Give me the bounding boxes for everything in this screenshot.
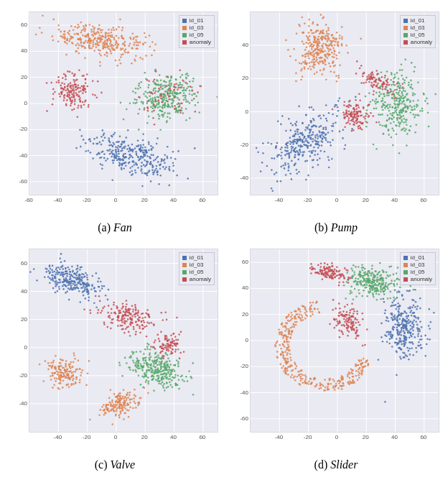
- svg-point-3090: [129, 356, 131, 359]
- svg-point-2872: [113, 407, 115, 410]
- svg-point-4609: [355, 338, 358, 340]
- svg-point-1979: [368, 93, 370, 95]
- svg-point-632: [108, 34, 110, 37]
- x-tick-label: 20: [141, 197, 148, 203]
- y-tick-label: -40: [10, 399, 27, 406]
- svg-point-3296: [146, 336, 148, 338]
- svg-point-1103: [70, 85, 72, 88]
- svg-point-1155: [179, 105, 181, 107]
- svg-point-1809: [396, 119, 398, 121]
- svg-point-3383: [103, 305, 106, 308]
- svg-point-3386: [124, 323, 126, 325]
- svg-point-3991: [309, 378, 312, 380]
- svg-point-2834: [108, 397, 111, 399]
- svg-point-3601: [398, 310, 400, 313]
- svg-point-513: [75, 50, 77, 52]
- svg-point-3892: [307, 383, 309, 385]
- svg-point-3708: [401, 323, 403, 325]
- svg-point-4080: [317, 308, 319, 310]
- svg-point-1029: [64, 83, 66, 85]
- svg-point-3021: [187, 380, 189, 382]
- svg-point-858: [177, 97, 179, 99]
- svg-point-2892: [110, 389, 112, 391]
- svg-point-2515: [83, 282, 85, 285]
- svg-point-306: [172, 170, 174, 172]
- svg-point-4648: [340, 313, 342, 315]
- svg-point-1019: [73, 75, 75, 77]
- svg-point-192: [118, 149, 120, 151]
- svg-point-3644: [403, 352, 406, 354]
- svg-point-1073: [74, 98, 76, 101]
- svg-point-3363: [153, 324, 155, 326]
- svg-point-3632: [413, 305, 415, 307]
- svg-point-4054: [312, 313, 314, 315]
- svg-point-3137: [158, 383, 160, 385]
- svg-point-803: [177, 103, 179, 106]
- svg-point-1133: [146, 101, 149, 103]
- legend-label: id_05: [411, 269, 425, 276]
- svg-point-749: [150, 106, 152, 108]
- svg-point-3697: [397, 302, 399, 305]
- svg-point-3962: [282, 344, 284, 346]
- svg-point-2314: [373, 77, 375, 79]
- svg-point-3138: [169, 364, 172, 366]
- svg-point-4454: [337, 274, 339, 277]
- svg-point-1653: [307, 68, 309, 70]
- svg-point-2666: [42, 380, 45, 382]
- svg-point-581: [83, 25, 85, 27]
- svg-point-3105: [132, 360, 134, 362]
- svg-point-3238: [126, 300, 128, 302]
- svg-point-2221: [358, 111, 360, 113]
- legend-label: id_05: [190, 269, 204, 276]
- svg-point-4354: [397, 267, 399, 269]
- svg-point-4541: [364, 344, 366, 346]
- svg-point-1367: [289, 152, 291, 154]
- svg-point-3772: [405, 341, 407, 343]
- svg-point-289: [126, 137, 128, 139]
- svg-point-4589: [366, 328, 368, 330]
- svg-point-1697: [306, 46, 308, 48]
- svg-point-4043: [366, 361, 368, 363]
- svg-point-375: [96, 40, 98, 42]
- svg-point-943: [170, 92, 172, 94]
- svg-point-1596: [333, 50, 335, 52]
- svg-point-4587: [353, 310, 355, 313]
- svg-point-3318: [135, 330, 137, 333]
- svg-point-4330: [353, 264, 355, 267]
- svg-point-3179: [160, 362, 162, 364]
- svg-point-3715: [414, 306, 416, 308]
- svg-point-676: [182, 84, 184, 86]
- svg-point-964: [82, 101, 84, 103]
- svg-point-4000: [359, 373, 361, 375]
- svg-point-1640: [317, 24, 319, 27]
- svg-point-3116: [170, 373, 172, 375]
- svg-point-1240: [305, 114, 307, 116]
- svg-point-2002: [403, 118, 406, 120]
- svg-point-3344: [146, 321, 149, 323]
- svg-point-3440: [178, 333, 180, 336]
- svg-point-2045: [370, 101, 372, 103]
- svg-point-1929: [428, 126, 430, 128]
- svg-point-709: [141, 101, 143, 103]
- svg-point-4388: [409, 285, 411, 287]
- svg-point-2204: [356, 104, 358, 106]
- svg-point-3746: [420, 347, 422, 349]
- svg-point-4020: [300, 379, 302, 382]
- svg-point-715: [183, 92, 185, 94]
- svg-point-1359: [315, 141, 317, 143]
- svg-point-1713: [337, 42, 339, 44]
- svg-point-623: [111, 44, 113, 46]
- svg-point-1887: [382, 109, 384, 111]
- svg-point-4027: [352, 373, 354, 375]
- svg-point-501: [132, 32, 134, 34]
- svg-point-1208: [308, 150, 310, 152]
- svg-point-660: [120, 102, 122, 104]
- svg-point-3779: [386, 318, 388, 320]
- svg-point-4369: [385, 282, 387, 285]
- svg-point-95: [129, 161, 131, 163]
- svg-point-2542: [62, 285, 64, 287]
- svg-point-4611: [333, 318, 335, 320]
- svg-point-1658: [345, 45, 347, 47]
- svg-point-4511: [323, 274, 325, 276]
- svg-point-2080: [378, 114, 380, 116]
